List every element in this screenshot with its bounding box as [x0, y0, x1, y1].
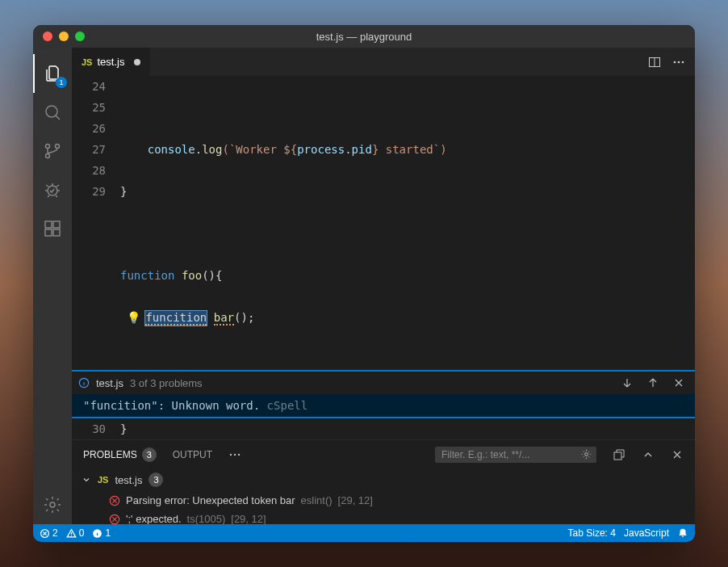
- chevron-up-icon: [642, 448, 655, 461]
- status-bar: 2 0 1 Tab Size: 4 JavaScript: [33, 524, 695, 542]
- titlebar: test.js — playground: [33, 25, 695, 48]
- editor-tab-testjs[interactable]: JS test.js: [72, 48, 151, 76]
- info-icon: [92, 528, 103, 539]
- activity-search[interactable]: [33, 93, 72, 132]
- status-errors[interactable]: 2: [40, 527, 58, 539]
- line-number: 26: [72, 118, 106, 139]
- split-editor-button[interactable]: [648, 56, 661, 69]
- problems-file-row[interactable]: JS test.js 3: [72, 468, 695, 491]
- panel-tab-output[interactable]: OUTPUT: [173, 449, 212, 460]
- bug-icon: [43, 180, 62, 200]
- problem-row[interactable]: Parsing error: Unexpected token bar esli…: [72, 491, 695, 510]
- status-notifications[interactable]: [677, 527, 688, 539]
- panel-maximize-button[interactable]: [642, 448, 655, 461]
- svg-point-1: [46, 145, 50, 149]
- code-line: [120, 223, 695, 244]
- svg-point-9: [50, 502, 55, 507]
- lightbulb-icon[interactable]: 💡: [127, 311, 140, 324]
- branch-icon: [43, 141, 62, 161]
- problems-filter-input[interactable]: Filter. E.g.: text, **/...: [435, 447, 596, 463]
- ellipsis-icon: [672, 56, 685, 69]
- collapse-all-button[interactable]: [613, 448, 625, 461]
- file-name: test.js: [115, 474, 142, 486]
- code-line: [120, 97, 695, 118]
- line-number: 25: [72, 97, 106, 118]
- svg-rect-19: [614, 452, 621, 460]
- problems-count-badge: 3: [142, 447, 157, 462]
- peek-count: 3 of 3 problems: [130, 377, 203, 389]
- dirty-indicator: [134, 59, 140, 65]
- close-icon: [672, 376, 685, 389]
- filter-settings-icon[interactable]: [581, 449, 592, 460]
- warning-icon: [66, 528, 77, 539]
- workbench: 1 JS test.js: [33, 48, 695, 524]
- svg-point-3: [56, 145, 60, 149]
- editor-area: JS test.js 24 25: [72, 48, 695, 524]
- maximize-window-button[interactable]: [75, 32, 85, 41]
- error-icon: [109, 514, 120, 525]
- panel-tab-problems[interactable]: PROBLEMS 3: [83, 447, 157, 462]
- editor-tabs: JS test.js: [72, 48, 695, 76]
- status-warnings[interactable]: 0: [66, 527, 85, 539]
- status-language[interactable]: JavaScript: [624, 527, 669, 539]
- problem-location: [29, 12]: [338, 494, 373, 506]
- problems-peek: test.js 3 of 3 problems "funcition": Unk…: [72, 370, 695, 418]
- editor-more-button[interactable]: [672, 56, 685, 69]
- peek-next-button[interactable]: [617, 375, 637, 391]
- activity-explorer[interactable]: 1: [33, 54, 72, 93]
- js-file-icon: JS: [82, 57, 92, 67]
- status-infos[interactable]: 1: [92, 527, 111, 539]
- svg-point-12: [678, 61, 680, 63]
- filter-placeholder: Filter. E.g.: text, **/...: [441, 449, 529, 460]
- arrow-up-icon: [646, 376, 659, 389]
- code-editor-continued[interactable]: 30 }: [72, 418, 695, 439]
- problem-source: ts(1005): [187, 513, 226, 524]
- problem-location: [29, 12]: [231, 513, 266, 524]
- chevron-down-icon: [82, 475, 91, 485]
- svg-rect-7: [53, 229, 60, 236]
- extensions-icon: [43, 219, 62, 238]
- panel-more-tabs[interactable]: [228, 448, 241, 461]
- activity-debug[interactable]: [33, 170, 72, 209]
- activity-extensions[interactable]: [33, 209, 72, 248]
- file-problem-count: 3: [149, 472, 163, 487]
- svg-point-15: [230, 453, 232, 455]
- peek-message: "funcition": Unknown word. cSpell: [72, 394, 695, 417]
- close-window-button[interactable]: [43, 32, 52, 41]
- code-line: }: [120, 181, 695, 202]
- code-line: function foo(){: [120, 265, 695, 286]
- svg-point-17: [238, 453, 240, 455]
- activity-source-control[interactable]: [33, 132, 72, 170]
- tab-label: PROBLEMS: [83, 449, 137, 460]
- problems-tree: JS test.js 3 Parsing error: Unexpected t…: [72, 468, 695, 524]
- line-number: 29: [72, 181, 106, 202]
- line-number: 28: [72, 160, 106, 181]
- svg-point-11: [674, 61, 676, 63]
- peek-prev-button[interactable]: [643, 375, 663, 391]
- line-number: 27: [72, 139, 106, 160]
- problem-source: eslint(): [301, 494, 333, 506]
- status-tabsize[interactable]: Tab Size: 4: [568, 527, 616, 539]
- activity-settings[interactable]: [33, 485, 72, 524]
- bottom-panel: PROBLEMS 3 OUTPUT Filter. E.g.: text, **…: [72, 439, 695, 524]
- problem-row[interactable]: ';' expected. ts(1005) [29, 12]: [72, 510, 695, 524]
- selected-word: funcition: [145, 311, 207, 326]
- js-file-icon: JS: [98, 475, 108, 485]
- bell-icon: [677, 527, 688, 539]
- svg-rect-5: [45, 221, 52, 228]
- activity-bar: 1: [33, 48, 72, 524]
- panel-close-button[interactable]: [671, 448, 684, 461]
- vscode-window: test.js — playground 1: [33, 25, 695, 542]
- problem-message: Parsing error: Unexpected token bar: [126, 494, 295, 506]
- code-line: 💡funcition bar();: [120, 307, 695, 328]
- peek-close-button[interactable]: [669, 375, 688, 391]
- arrow-down-icon: [621, 376, 634, 389]
- minimize-window-button[interactable]: [59, 32, 69, 41]
- code-content[interactable]: console.log(`Worker ${process.pid} start…: [120, 76, 695, 370]
- info-icon: [78, 377, 90, 388]
- svg-rect-6: [45, 229, 52, 236]
- explorer-badge: 1: [56, 77, 67, 88]
- code-editor[interactable]: 24 25 26 27 28 29 console.log(`Worker ${…: [72, 76, 695, 370]
- window-title: test.js — playground: [33, 31, 695, 43]
- problem-message: ';' expected.: [126, 513, 182, 524]
